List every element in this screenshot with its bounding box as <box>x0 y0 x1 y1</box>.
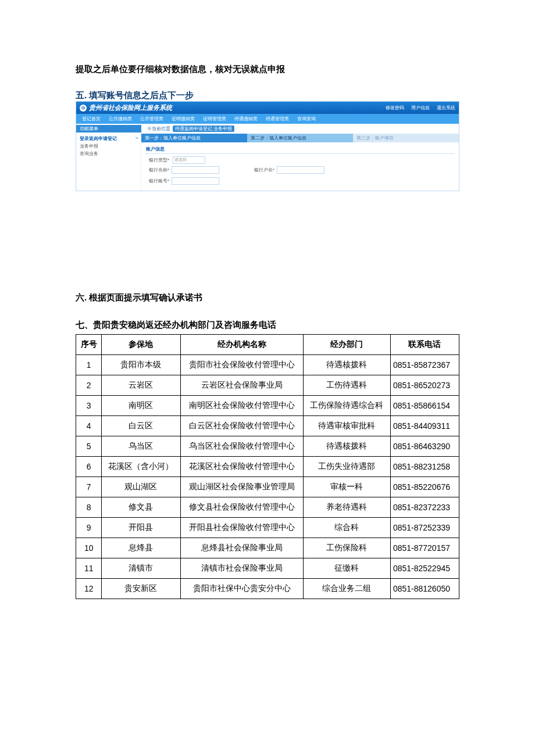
table-header: 参保地 <box>102 335 180 355</box>
table-cell: 0851-86463290 <box>390 436 459 457</box>
sidebar-group[interactable]: 登录返岗申请登记 − <box>80 135 138 142</box>
form-section-title: 账户信息 <box>146 145 454 154</box>
table-cell: 贵阳市本级 <box>102 355 180 375</box>
table-cell: 4 <box>76 416 102 436</box>
table-cell: 修文县 <box>102 497 180 518</box>
table-header: 联系电话 <box>390 335 459 355</box>
table-cell: 观山湖区社会保险事业管理局 <box>180 477 303 497</box>
table-header: 经办机构名称 <box>180 335 303 355</box>
table-cell: 综合科 <box>303 518 390 538</box>
table-row: 6花溪区（含小河）花溪区社会保险收付管理中心工伤失业待遇部0851-882312… <box>76 457 459 477</box>
sidebar-item-apply[interactable]: 业务申报 <box>80 142 138 150</box>
table-cell: 花溪区（含小河） <box>102 457 180 477</box>
link-user-info[interactable]: 用户信息 <box>411 105 430 110</box>
table-cell: 0851-88231258 <box>390 457 459 477</box>
link-logout[interactable]: 退出系统 <box>437 105 455 110</box>
table-row: 3南明区南明区社会保险收付管理中心工伤保险待遇综合科0851-85866154 <box>76 396 459 416</box>
menu-item[interactable]: 公共缴纳类 <box>105 115 135 123</box>
menu-item[interactable]: 待遇缴纳类 <box>231 115 261 123</box>
label-bank-name: 银行名称* <box>146 167 169 173</box>
table-cell: 5 <box>76 436 102 457</box>
table-cell: 审核一科 <box>303 477 390 497</box>
table-cell: 8 <box>76 497 102 518</box>
menu-item[interactable]: 证明管理类 <box>199 115 230 123</box>
table-cell: 2 <box>76 375 102 396</box>
table-cell: 0851-87720157 <box>390 538 459 558</box>
table-row: 10息烽县息烽县社会保险事业局工伤保险科0851-87720157 <box>76 538 459 558</box>
link-change-password[interactable]: 修改密码 <box>386 105 404 110</box>
table-cell: 贵安新区 <box>102 579 180 599</box>
sidebar-item-query[interactable]: 查询业务 <box>80 150 138 157</box>
section-5-heading: 五. 填写账号信息之后点下一步 <box>76 90 459 101</box>
table-cell: 南明区社会保险收付管理中心 <box>180 396 303 416</box>
table-row: 4白云区白云区社会保险收付管理中心待遇审核审批科0851-84409311 <box>76 416 459 436</box>
app-screenshot: G 贵州省社会保险网上服务系统 修改密码 用户信息 退出系统 登记首页 公共缴纳… <box>76 101 459 191</box>
table-cell: 3 <box>76 396 102 416</box>
table-cell: 0851-85866154 <box>390 396 459 416</box>
table-cell: 0851-82372233 <box>390 497 459 518</box>
step-2: 第二步：填入单位账户信息 <box>247 134 353 142</box>
table-cell: 乌当区社会保险收付管理中心 <box>180 436 303 457</box>
table-cell: 花溪区社会保险收付管理中心 <box>180 457 303 477</box>
table-cell: 6 <box>76 457 102 477</box>
intro-text: 提取之后单位要仔细核对数据信息，核对无误就点申报 <box>76 64 459 75</box>
sidebar-group-label: 登录返岗申请登记 <box>80 135 117 142</box>
step-1: 第一步：填入单位账户信息 <box>141 134 247 142</box>
table-cell: 征缴科 <box>303 558 390 579</box>
table-cell: 养老待遇科 <box>303 497 390 518</box>
table-cell: 清镇市社会保险事业局 <box>180 558 303 579</box>
menu-item[interactable]: 待遇管理类 <box>262 115 293 123</box>
table-cell: 乌当区 <box>102 436 180 457</box>
table-header: 经办部门 <box>303 335 390 355</box>
sidebar-header: 功能菜单 <box>76 125 141 132</box>
table-row: 5乌当区乌当区社会保险收付管理中心待遇核拨科0851-86463290 <box>76 436 459 457</box>
table-cell: 息烽县社会保险事业局 <box>180 538 303 558</box>
table-cell: 10 <box>76 538 102 558</box>
table-cell: 0851-86520273 <box>390 375 459 396</box>
table-cell: 待遇核拨科 <box>303 355 390 375</box>
table-cell: 云岩区社会保险事业局 <box>180 375 303 396</box>
table-cell: 待遇核拨科 <box>303 436 390 457</box>
menu-item[interactable]: 公共管理类 <box>137 115 167 123</box>
table-cell: 0851-84409311 <box>390 416 459 436</box>
table-cell: 待遇审核审批科 <box>303 416 390 436</box>
breadcrumb-tag: 待遇返岗申请登记 业务申报 <box>173 126 234 132</box>
table-cell: 1 <box>76 355 102 375</box>
app-logo-icon: G <box>80 105 87 112</box>
table-cell: 开阳县 <box>102 518 180 538</box>
menu-item[interactable]: 登记首页 <box>79 115 104 123</box>
table-cell: 0851-85872367 <box>390 355 459 375</box>
table-cell: 0851-85220676 <box>390 477 459 497</box>
table-cell: 观山湖区 <box>102 477 180 497</box>
table-cell: 南明区 <box>102 396 180 416</box>
menu-item[interactable]: 证明缴纳类 <box>168 115 198 123</box>
step-3: 第三步：账户保存 <box>353 134 459 142</box>
menu-item[interactable]: 查询查询 <box>294 115 319 123</box>
table-cell: 贵阳市社会保险收付管理中心 <box>180 355 303 375</box>
table-row: 9开阳县开阳县社会保险收付管理中心综合科0851-87252339 <box>76 518 459 538</box>
table-cell: 贵阳市社保中心贵安分中心 <box>180 579 303 599</box>
table-cell: 0851-82522945 <box>390 558 459 579</box>
table-cell: 7 <box>76 477 102 497</box>
input-branch[interactable] <box>277 166 324 174</box>
table-cell: 修文县社会保险收付管理中心 <box>180 497 303 518</box>
label-account: 银行账号* <box>146 178 169 184</box>
select-bank-type[interactable]: 请选择 <box>173 156 205 164</box>
wizard-steps: 第一步：填入单位账户信息 第二步：填入单位账户信息 第三步：账户保存 <box>141 134 459 142</box>
input-bank-name[interactable] <box>172 166 219 174</box>
table-cell: 白云区社会保险收付管理中心 <box>180 416 303 436</box>
section-6-heading: 六. 根据页面提示填写确认承诺书 <box>76 292 459 303</box>
table-row: 7观山湖区观山湖区社会保险事业管理局审核一科0851-85220676 <box>76 477 459 497</box>
section-7-heading: 七、贵阳贵安稳岗返还经办机构部门及咨询服务电话 <box>76 320 459 331</box>
table-cell: 12 <box>76 579 102 599</box>
label-branch: 银行户名* <box>251 167 274 173</box>
table-cell: 综合业务二组 <box>303 579 390 599</box>
table-cell: 息烽县 <box>102 538 180 558</box>
table-header: 序号 <box>76 335 102 355</box>
table-cell: 开阳县社会保险收付管理中心 <box>180 518 303 538</box>
menubar: 登记首页 公共缴纳类 公共管理类 证明缴纳类 证明管理类 待遇缴纳类 待遇管理类… <box>76 114 459 124</box>
table-cell: 0851-87252339 <box>390 518 459 538</box>
table-cell: 云岩区 <box>102 375 180 396</box>
table-row: 8修文县修文县社会保险收付管理中心养老待遇科0851-82372233 <box>76 497 459 518</box>
input-account[interactable] <box>172 177 219 185</box>
